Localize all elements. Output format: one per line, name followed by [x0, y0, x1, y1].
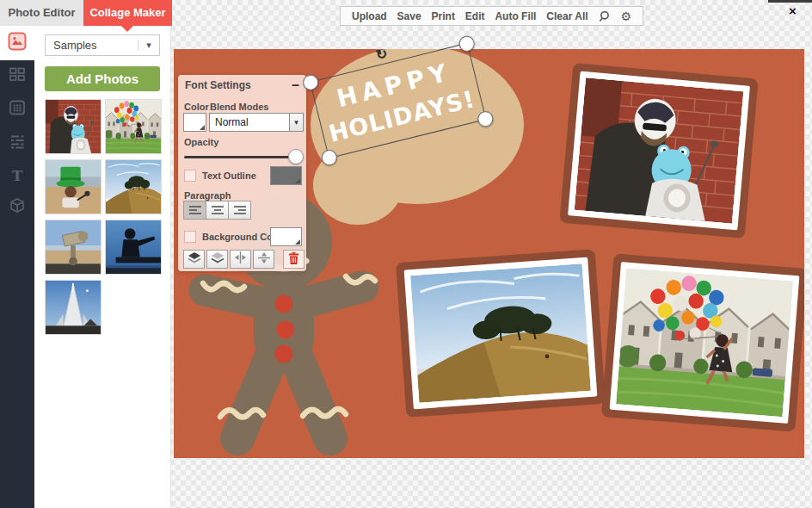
- save-button[interactable]: Save: [397, 10, 421, 22]
- upload-button[interactable]: Upload: [352, 10, 387, 22]
- grid-dots-icon: [9, 99, 26, 120]
- trash-icon: [288, 251, 299, 268]
- bring-forward-button[interactable]: [183, 250, 205, 269]
- color-label: Color: [184, 102, 209, 112]
- paragraph-label: Paragraph: [184, 190, 231, 201]
- thumbnail-woman-with-balloons[interactable]: [105, 99, 162, 154]
- rail-item-grid[interactable]: [7, 98, 28, 121]
- font-panel-header[interactable]: Font Settings –: [178, 75, 306, 96]
- send-backward-icon: [211, 251, 225, 267]
- send-backward-button[interactable]: [206, 250, 228, 269]
- rail-item-text[interactable]: T: [7, 164, 28, 187]
- blend-modes-label: Blend Modes: [210, 102, 268, 112]
- chevron-down-icon: ▾: [138, 40, 159, 51]
- canvas-toolbar: Upload Save Print Edit Auto Fill Clear A…: [340, 6, 643, 26]
- canvas-photo-hill-with-trees[interactable]: [396, 249, 606, 418]
- delete-button[interactable]: [283, 250, 304, 269]
- chevron-down-icon: ▾: [289, 114, 303, 131]
- swatch-dropdown-corner: [295, 239, 300, 245]
- sample-source-select[interactable]: Samples ▾: [45, 34, 160, 56]
- close-icon[interactable]: ×: [789, 3, 797, 18]
- align-center-button[interactable]: [206, 201, 229, 220]
- print-button[interactable]: Print: [432, 10, 455, 22]
- thumbnail-grid: [45, 99, 163, 335]
- bring-forward-icon: [188, 251, 201, 267]
- photo-image: [610, 262, 800, 424]
- add-photos-button[interactable]: Add Photos: [45, 66, 160, 91]
- gear-icon[interactable]: ⚙: [620, 10, 631, 22]
- font-color-swatch[interactable]: [183, 113, 206, 132]
- flip-vertical-button[interactable]: [253, 250, 274, 269]
- flip-horizontal-button[interactable]: [230, 250, 251, 269]
- layouts-icon: [9, 65, 26, 86]
- active-tab-pointer: [121, 26, 133, 32]
- thumbnail-pyramid-tower[interactable]: [45, 280, 102, 335]
- background-color-checkbox[interactable]: [184, 231, 196, 243]
- text-tool-icon: T: [12, 167, 23, 184]
- rail-item-image-manager[interactable]: [0, 26, 34, 60]
- thumbnail-st-patricks-performer[interactable]: [45, 159, 102, 214]
- collapse-panel-button[interactable]: –: [292, 81, 299, 90]
- thumbnail-coin-telescope[interactable]: [45, 220, 102, 275]
- font-panel-title: Font Settings: [185, 79, 251, 91]
- thumbnail-hill-with-trees[interactable]: [105, 159, 162, 214]
- swatch-dropdown-corner: [200, 125, 205, 130]
- text-outline-checkbox[interactable]: [184, 170, 196, 182]
- edit-button[interactable]: Edit: [465, 10, 485, 22]
- swatch-dropdown-corner: [295, 178, 300, 183]
- tool-rail: [0, 60, 34, 508]
- thumbnail-man-on-scooter[interactable]: [45, 99, 102, 154]
- slider-track: [184, 156, 302, 158]
- rail-item-layouts[interactable]: [7, 65, 28, 87]
- select-value: Samples: [46, 39, 138, 52]
- window-edge-strip: [768, 0, 812, 3]
- align-right-button[interactable]: [228, 201, 251, 220]
- thumbnail-silhouette-by-the-sea[interactable]: [105, 220, 162, 275]
- clear-all-button[interactable]: Clear All: [546, 10, 587, 22]
- pattern-lines-icon: [9, 133, 26, 153]
- search-icon[interactable]: [599, 10, 611, 22]
- rail-item-graphics[interactable]: [7, 196, 28, 219]
- tab-collage-maker[interactable]: Collage Maker: [83, 0, 172, 26]
- background-color-swatch[interactable]: [270, 227, 302, 246]
- auto-fill-button[interactable]: Auto Fill: [495, 10, 536, 22]
- blend-mode-select[interactable]: Normal ▾: [209, 113, 304, 132]
- slider-knob[interactable]: [288, 149, 304, 164]
- text-outline-label: Text Outline: [202, 170, 256, 181]
- photo-manager-icon: [8, 32, 27, 54]
- flip-vertical-icon: [258, 251, 270, 268]
- canvas-photo-man-on-scooter[interactable]: [559, 63, 758, 239]
- outline-color-swatch[interactable]: [270, 166, 302, 185]
- font-settings-panel: Font Settings – Color Blend Modes Normal…: [178, 75, 306, 271]
- flip-horizontal-icon: [234, 251, 247, 267]
- rail-item-patterns[interactable]: [7, 132, 28, 154]
- photo-image: [568, 71, 750, 231]
- opacity-label: Opacity: [184, 137, 218, 147]
- tab-photo-editor[interactable]: Photo Editor: [0, 0, 83, 26]
- canvas-photo-woman-with-balloons[interactable]: [601, 253, 804, 431]
- cube-icon: [9, 197, 26, 218]
- photo-image: [404, 257, 598, 410]
- align-left-button[interactable]: [183, 201, 206, 220]
- blend-mode-value: Normal: [210, 116, 289, 128]
- opacity-slider[interactable]: [184, 149, 302, 164]
